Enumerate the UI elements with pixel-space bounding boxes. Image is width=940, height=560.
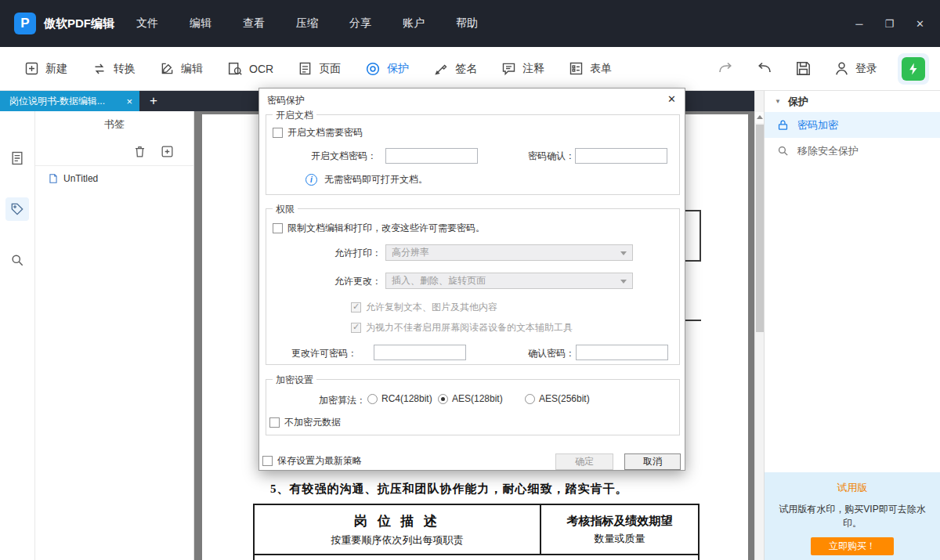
screen-reader-checkbox[interactable]: 为视力不佳者启用屏幕阅读器设备的文本辅助工具	[351, 321, 573, 334]
maximize-button[interactable]: ❐	[884, 18, 894, 30]
save-icon[interactable]	[794, 60, 812, 78]
ok-button[interactable]: 确定	[555, 453, 613, 470]
open-password-label: 开启文档密码：	[311, 150, 377, 163]
bookmarks-panel-button[interactable]	[5, 197, 29, 221]
redo-icon[interactable]	[716, 60, 735, 78]
pages-icon	[297, 60, 313, 77]
allow-print-dropdown[interactable]: 高分辨率	[385, 244, 633, 261]
cancel-button[interactable]: 取消	[624, 453, 681, 470]
info-icon: i	[306, 174, 317, 186]
new-tab-button[interactable]: +	[150, 92, 157, 110]
cell-title: 岗 位 描 述	[354, 512, 440, 530]
password-encrypt-item[interactable]: 密码加密	[765, 112, 940, 138]
login-label: 登录	[855, 62, 877, 76]
bookmarks-panel-title: 书签	[35, 111, 193, 138]
field-label: 确认密码：	[528, 347, 575, 360]
menu-compress[interactable]: 压缩	[296, 16, 318, 31]
checkbox-label: 保存设置为最新策略	[277, 454, 362, 468]
sign-button[interactable]: 签名	[432, 60, 477, 78]
menu-share[interactable]: 分享	[349, 16, 371, 31]
login-button[interactable]: 登录	[833, 60, 877, 78]
tool-label: 编辑	[181, 62, 203, 76]
restrict-editing-checkbox[interactable]: 限制文档编辑和打印，改变这些许可需要密码。	[273, 222, 485, 235]
menu-help[interactable]: 帮助	[456, 16, 478, 31]
convert-button[interactable]: 转换	[91, 60, 136, 78]
add-bookmark-icon[interactable]	[160, 144, 175, 159]
document-tab[interactable]: 岗位说明书-数据编辑... ×	[0, 91, 139, 111]
lock-icon	[776, 118, 790, 132]
document-table: 岗 位 描 述 按重要顺序依次列出每项职责 考核指标及绩效期望 数量或质量	[253, 504, 700, 560]
require-password-checkbox[interactable]: 开启文档需要密码	[273, 126, 363, 139]
page-thumbnails-button[interactable]	[5, 146, 29, 170]
edit-button[interactable]: 编辑	[159, 60, 203, 77]
close-button[interactable]: ✕	[916, 18, 924, 30]
promo-button[interactable]	[898, 53, 929, 85]
scroll-up-arrow[interactable]	[755, 112, 764, 123]
hint-row: i 无需密码即可打开文档。	[306, 173, 428, 186]
change-permission-password-input[interactable]	[374, 345, 466, 360]
protect-button[interactable]: 保护	[364, 60, 409, 78]
comment-button[interactable]: 注释	[501, 60, 544, 77]
dialog-close-icon[interactable]: ✕	[667, 93, 676, 105]
open-password-confirm-input[interactable]	[575, 148, 667, 164]
checkbox-icon	[262, 456, 273, 466]
tool-label: 签名	[455, 62, 477, 76]
field-label: 密码确认：	[528, 150, 575, 163]
table-line-fragment	[685, 210, 701, 211]
vertical-scrollbar[interactable]	[754, 91, 764, 560]
protect-icon	[364, 60, 381, 78]
convert-icon	[91, 60, 108, 78]
remove-security-item[interactable]: 移除安全保护	[765, 138, 940, 164]
trial-badge: 试用版	[765, 481, 940, 495]
minimize-button[interactable]: ─	[855, 18, 862, 30]
allow-change-dropdown[interactable]: 插入、删除、旋转页面	[385, 273, 633, 289]
checkbox-icon	[273, 223, 283, 233]
bookmark-page-icon	[48, 173, 59, 184]
undo-icon[interactable]	[755, 60, 774, 78]
menu-account[interactable]: 账户	[403, 16, 425, 31]
menu-edit[interactable]: 编辑	[190, 16, 212, 31]
remove-security-icon	[776, 144, 790, 157]
scrollbar-thumb[interactable]	[756, 125, 764, 332]
radio-rc4-128[interactable]: RC4(128bit)	[367, 393, 432, 404]
trial-box: 试用版 试用版有水印，购买VIP即可去除水印。 立即购买！	[765, 472, 940, 560]
search-icon	[9, 252, 25, 268]
bookmark-tag-icon	[9, 201, 25, 217]
promo-app-icon	[902, 57, 925, 81]
table-row: 岗 位 描 述 按重要顺序依次列出每项职责 考核指标及绩效期望 数量或质量	[255, 505, 698, 555]
group-legend: 加密设置	[273, 374, 316, 387]
radio-aes-128[interactable]: AES(128bit)	[438, 393, 503, 404]
bookmark-item[interactable]: UnTitled	[35, 166, 193, 184]
open-password-input[interactable]	[385, 148, 478, 164]
menu-file[interactable]: 文件	[136, 16, 158, 31]
radio-label: RC4(128bit)	[381, 393, 432, 404]
tab-close-icon[interactable]: ×	[126, 96, 132, 107]
field-label: 开启文档密码：	[311, 150, 377, 163]
protect-panel-header[interactable]: ▼ 保护	[765, 91, 940, 112]
pages-button[interactable]: 页面	[297, 60, 341, 77]
field-label: 允许打印：	[334, 247, 381, 260]
buy-now-button[interactable]: 立即购买！	[811, 537, 894, 555]
allow-copy-checkbox[interactable]: 允许复制文本、图片及其他内容	[351, 301, 497, 314]
form-button[interactable]: 表单	[568, 60, 612, 77]
delete-bookmark-icon[interactable]	[132, 144, 147, 159]
radio-icon	[367, 394, 378, 404]
checkbox-checked-icon	[351, 302, 361, 313]
app-logo-icon: P	[14, 13, 36, 34]
tool-label: 注释	[522, 62, 544, 76]
no-metadata-checkbox[interactable]: 不加密元数据	[269, 416, 341, 429]
search-panel-button[interactable]	[5, 248, 29, 272]
cell-subtitle: 按重要顺序依次列出每项职责	[331, 533, 464, 547]
table-cell-kpi: 考核指标及绩效期望 数量或质量	[541, 505, 698, 554]
permissions-group: 权限 限制文档编辑和打印，改变这些许可需要密码。 允许打印： 高分辨率 允许更改…	[266, 208, 680, 365]
table-line-fragment	[685, 260, 701, 262]
new-button[interactable]: 新建	[24, 60, 67, 77]
confirm-permission-password-input[interactable]	[576, 345, 668, 360]
save-as-default-checkbox[interactable]: 保存设置为最新策略	[262, 454, 362, 468]
app-window: P 傲软PDF编辑 文件 编辑 查看 压缩 分享 账户 帮助 ─ ❐ ✕ 新建 …	[0, 0, 940, 560]
menu-view[interactable]: 查看	[243, 16, 265, 31]
ocr-button[interactable]: OCR	[226, 60, 273, 78]
group-legend: 权限	[273, 203, 298, 216]
tab-label: 岗位说明书-数据编辑...	[9, 95, 105, 108]
radio-aes-256[interactable]: AES(256bit)	[525, 393, 590, 404]
